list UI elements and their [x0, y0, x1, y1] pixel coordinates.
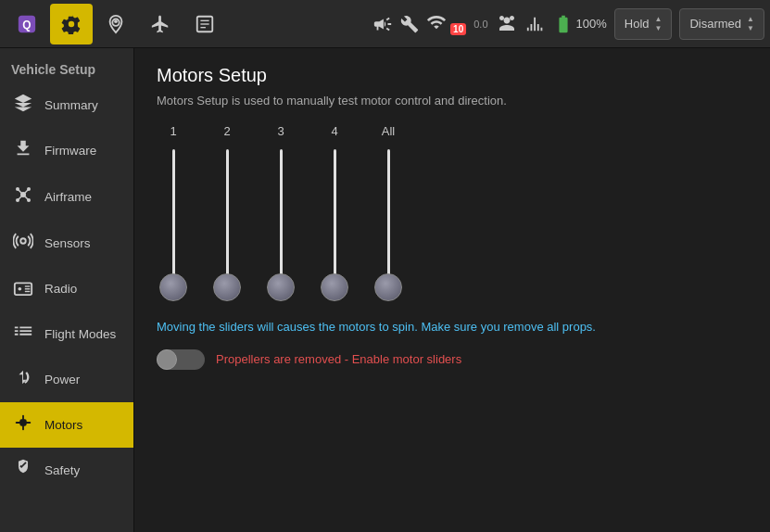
toolbar: Q	[0, 0, 770, 48]
toggle-knob	[157, 349, 177, 370]
drone-icon	[496, 13, 518, 35]
sidebar-item-sensors[interactable]: Sensors	[0, 221, 133, 266]
svg-point-3	[114, 19, 118, 23]
vehicle-setup-toolbar-button[interactable]	[50, 4, 93, 44]
plan-toolbar-button[interactable]	[95, 4, 137, 44]
slider-4-label: 4	[331, 124, 337, 138]
slider-4-col: 4	[325, 124, 344, 298]
enable-toggle[interactable]	[157, 349, 205, 370]
slider-1-col: 1	[164, 124, 183, 298]
svg-line-14	[23, 189, 29, 195]
signal-status: 10	[426, 12, 466, 35]
svg-text:Q: Q	[22, 18, 31, 31]
enable-label: Propellers are removed - Enable motor sl…	[216, 352, 461, 366]
slider-2-thumb[interactable]	[213, 273, 241, 301]
radio-icon	[11, 276, 35, 301]
svg-line-16	[23, 195, 29, 200]
signal-sub-value: 0.0	[473, 19, 487, 30]
slider-all-label: All	[382, 124, 395, 138]
slider-1-thumb[interactable]	[159, 273, 187, 301]
battery-icon: 100%	[553, 14, 607, 34]
slider-3-col: 3	[271, 124, 290, 298]
sidebar-item-motors[interactable]: Motors	[0, 402, 133, 448]
sidebar-item-airframe[interactable]: Airframe	[0, 173, 133, 221]
slider-all-col: All	[379, 124, 398, 298]
sliders-container: 1 2 3	[157, 124, 748, 298]
svg-point-17	[20, 238, 26, 244]
hold-chevrons-icon: ▲▼	[655, 15, 663, 32]
slider-4-thumb[interactable]	[321, 273, 348, 301]
hold-dropdown[interactable]: Hold ▲▼	[614, 8, 673, 40]
main-layout: Vehicle Setup Summary Firmware	[0, 48, 770, 532]
warning-text: Moving the sliders will causes the motor…	[157, 318, 748, 336]
content-area: Motors Setup Motors Setup is used to man…	[134, 48, 770, 532]
slider-2-track[interactable]	[218, 149, 236, 298]
enable-row: Propellers are removed - Enable motor sl…	[157, 349, 748, 370]
sidebar-item-flight-modes[interactable]: Flight Modes	[0, 311, 133, 357]
airframe-icon	[11, 184, 35, 210]
fly-toolbar-button[interactable]	[139, 4, 182, 44]
megaphone-icon	[372, 14, 393, 34]
slider-3-track[interactable]	[271, 149, 290, 298]
flight-modes-icon	[11, 322, 35, 347]
slider-4-track[interactable]	[325, 149, 344, 298]
sidebar-item-safety[interactable]: Safety	[0, 448, 133, 493]
sidebar-item-summary[interactable]: Summary	[0, 82, 133, 128]
slider-3-label: 3	[277, 124, 284, 138]
slider-2-label: 2	[223, 124, 230, 138]
summary-icon	[11, 93, 35, 118]
safety-icon	[11, 458, 35, 483]
svg-point-28	[21, 421, 25, 424]
sidebar-item-firmware[interactable]: Firmware	[0, 128, 133, 173]
slider-all-track[interactable]	[379, 149, 398, 298]
firmware-icon	[11, 138, 35, 163]
status-area: 10 0.0 100% Hold ▲▼	[372, 8, 764, 40]
tools-icon	[400, 15, 419, 33]
sidebar: Vehicle Setup Summary Firmware	[0, 48, 134, 532]
slider-2-col: 2	[218, 124, 236, 298]
page-description: Motors Setup is used to manually test mo…	[157, 94, 748, 108]
app-logo-button[interactable]: Q	[6, 4, 48, 44]
sensors-icon	[11, 231, 35, 256]
battery-percent: 100%	[576, 17, 607, 31]
sidebar-item-radio[interactable]: Radio	[0, 266, 133, 311]
signal-badge: 10	[450, 23, 466, 35]
signal-bars-icon	[525, 14, 546, 34]
svg-point-19	[19, 287, 22, 291]
slider-all-thumb[interactable]	[374, 273, 402, 301]
disarmed-dropdown[interactable]: Disarmed ▲▼	[679, 8, 764, 40]
sidebar-header: Vehicle Setup	[0, 52, 133, 82]
svg-line-15	[18, 195, 23, 200]
power-icon	[11, 367, 35, 392]
motors-icon	[11, 412, 35, 437]
sidebar-item-power[interactable]: Power	[0, 357, 133, 402]
slider-1-label: 1	[170, 124, 176, 138]
page-title: Motors Setup	[157, 65, 748, 86]
analyze-toolbar-button[interactable]	[183, 4, 226, 44]
disarmed-chevrons-icon: ▲▼	[747, 15, 754, 32]
slider-3-thumb[interactable]	[267, 273, 295, 301]
slider-1-track[interactable]	[164, 149, 183, 298]
svg-line-13	[18, 189, 23, 195]
